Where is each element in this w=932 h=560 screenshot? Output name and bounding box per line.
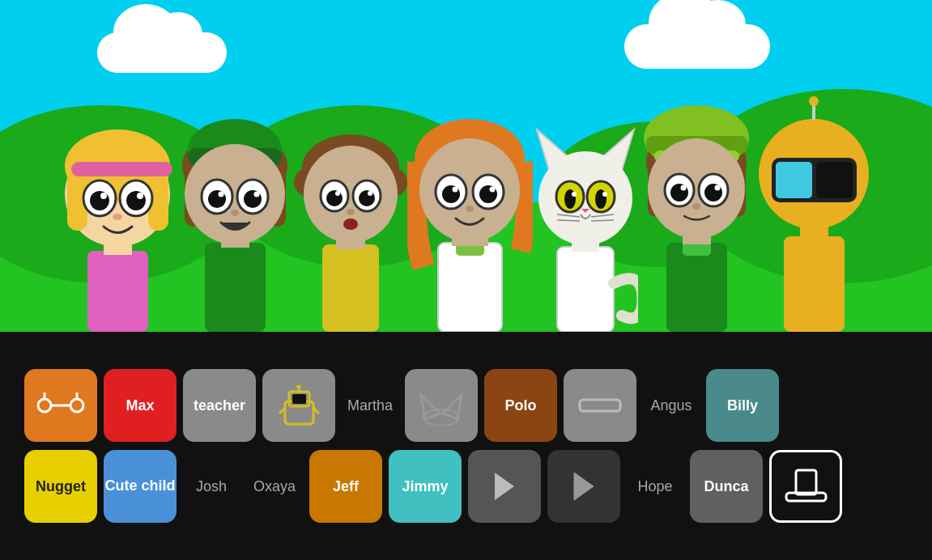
svg-point-26	[219, 192, 224, 197]
hat-btn[interactable]	[769, 450, 842, 523]
svg-point-9	[90, 191, 109, 210]
max-label: Max	[126, 397, 154, 414]
character-5	[533, 32, 638, 332]
max-icon-btn[interactable]	[24, 369, 97, 442]
svg-point-39	[335, 191, 340, 196]
martha-label: Martha	[342, 397, 398, 414]
scene	[0, 0, 932, 332]
svg-rect-92	[776, 162, 812, 198]
character-6	[638, 16, 755, 332]
svg-rect-113	[580, 400, 620, 411]
svg-rect-6	[71, 162, 172, 176]
svg-line-68	[557, 220, 580, 221]
panel-row-1: Max teacher	[24, 369, 908, 442]
svg-rect-103	[292, 394, 306, 404]
teacher-robot-btn[interactable]	[262, 369, 335, 442]
character-3	[294, 24, 407, 332]
angus-label: Angus	[643, 397, 700, 414]
oxaya-label: Oxaya	[246, 478, 303, 495]
svg-rect-43	[438, 243, 502, 332]
hope-arrow2-btn[interactable]	[547, 450, 620, 523]
jeff-label: Jeff	[333, 478, 359, 495]
jimmy-btn[interactable]: Jimmy	[389, 450, 462, 523]
svg-line-70	[591, 220, 614, 221]
josh-label: Josh	[183, 478, 240, 495]
svg-point-85	[681, 185, 687, 191]
svg-rect-116	[796, 470, 816, 494]
jimmy-label: Jimmy	[402, 478, 448, 495]
characters-group	[0, 16, 932, 332]
svg-point-87	[692, 203, 700, 210]
dunca-label: Dunca	[704, 478, 748, 495]
svg-point-52	[453, 187, 458, 193]
polo-label: Polo	[505, 397, 537, 414]
svg-marker-114	[495, 473, 514, 500]
svg-rect-14	[205, 243, 266, 332]
svg-point-41	[347, 209, 355, 215]
dunca-btn[interactable]: Dunca	[690, 450, 763, 523]
svg-point-12	[137, 193, 143, 199]
svg-rect-117	[786, 493, 826, 501]
character-panel: Max teacher	[0, 332, 932, 560]
svg-point-38	[359, 190, 375, 206]
teacher-label: teacher	[194, 397, 245, 414]
hope-label: Hope	[627, 478, 683, 495]
svg-rect-55	[557, 247, 614, 332]
svg-point-80	[648, 138, 745, 239]
svg-point-65	[602, 192, 607, 197]
svg-point-64	[572, 192, 577, 197]
svg-point-37	[326, 190, 343, 206]
svg-rect-71	[666, 243, 727, 332]
panel-row-2: Nugget Cute child Josh Oxaya Jeff Jimmy	[24, 450, 908, 523]
svg-point-105	[296, 385, 301, 388]
svg-point-40	[368, 191, 372, 196]
billy-btn[interactable]: Billy	[706, 369, 779, 442]
character-4	[407, 16, 533, 332]
cute-child-label: Cute child	[104, 477, 175, 495]
svg-point-95	[809, 96, 819, 106]
svg-point-53	[490, 187, 496, 193]
svg-rect-0	[87, 251, 148, 332]
svg-marker-115	[574, 473, 594, 500]
svg-rect-29	[322, 244, 379, 332]
cute-child-btn[interactable]: Cute child	[104, 450, 177, 523]
svg-rect-93	[816, 162, 853, 198]
nugget-label: Nugget	[36, 478, 86, 495]
character-1	[59, 24, 177, 332]
svg-point-27	[254, 192, 260, 197]
svg-point-59	[538, 151, 632, 245]
svg-point-13	[113, 214, 122, 220]
svg-point-10	[126, 191, 146, 210]
billy-label: Billy	[727, 397, 758, 414]
svg-point-42	[343, 218, 358, 230]
character-2	[177, 24, 294, 332]
teacher-btn[interactable]: teacher	[183, 369, 256, 442]
character-7	[755, 16, 873, 332]
svg-point-86	[715, 185, 721, 191]
max-btn[interactable]: Max	[104, 369, 177, 442]
svg-point-11	[100, 193, 107, 199]
jeff-btn[interactable]: Jeff	[309, 450, 382, 523]
svg-rect-88	[784, 236, 845, 332]
polo-btn[interactable]: Polo	[484, 369, 557, 442]
svg-point-98	[70, 399, 83, 412]
nugget-btn[interactable]: Nugget	[24, 450, 97, 523]
svg-point-28	[231, 210, 239, 216]
angus-icon-btn[interactable]	[564, 369, 636, 442]
svg-point-54	[466, 206, 474, 212]
hope-arrow1-btn[interactable]	[468, 450, 541, 523]
polo-icon-btn[interactable]	[405, 369, 478, 442]
svg-point-96	[38, 399, 51, 412]
